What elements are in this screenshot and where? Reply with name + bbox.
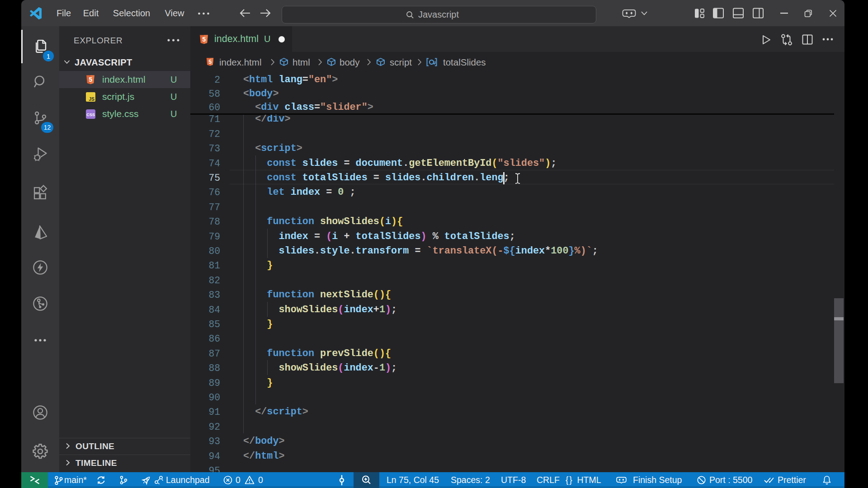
svg-text:CSS: CSS bbox=[86, 113, 95, 117]
svg-text:5: 5 bbox=[202, 36, 206, 43]
svg-text:JS: JS bbox=[89, 96, 94, 102]
svg-text:5: 5 bbox=[208, 59, 212, 65]
svg-text:5: 5 bbox=[89, 76, 92, 83]
